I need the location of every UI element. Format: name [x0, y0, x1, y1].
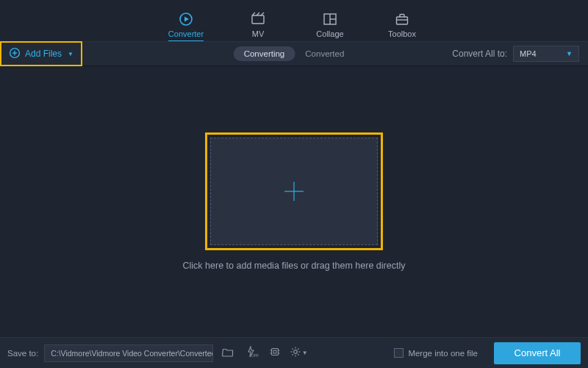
flash-toggle-button[interactable]: OFF	[243, 344, 260, 362]
svg-rect-15	[273, 350, 276, 353]
chevron-down-icon: ▼	[68, 51, 74, 57]
conversion-tabs: Converting Converted	[234, 46, 355, 61]
add-media-dropzone[interactable]	[210, 138, 378, 245]
convert-all-to: Convert All to: MP4 ▼	[452, 46, 588, 62]
save-path-value: C:\Vidmore\Vidmore Video Converter\Conve…	[51, 349, 213, 358]
toolbox-icon	[394, 11, 410, 27]
convert-all-to-label: Convert All to:	[452, 49, 507, 59]
svg-marker-1	[184, 17, 189, 22]
dropzone-hint: Click here to add media files or drag th…	[183, 261, 406, 271]
tab-converting[interactable]: Converting	[234, 46, 295, 61]
chip-off-icon	[269, 346, 281, 360]
svg-line-25	[292, 348, 293, 349]
svg-line-27	[298, 348, 298, 349]
nav-label: Toolbox	[388, 29, 416, 38]
format-value: MP4	[520, 49, 537, 58]
svg-line-28	[292, 354, 293, 355]
bottom-bar: Save to: C:\Vidmore\Vidmore Video Conver…	[0, 337, 588, 368]
add-files-label: Add Files	[25, 49, 62, 59]
nav-label: MV	[252, 29, 265, 38]
dropzone-highlight	[205, 132, 383, 250]
output-format-select[interactable]: MP4 ▼	[513, 46, 579, 62]
svg-point-20	[293, 350, 297, 354]
save-to-label: Save to:	[7, 349, 38, 358]
flash-off-icon: OFF	[245, 346, 257, 360]
add-files-highlight: Add Files ▼	[0, 41, 82, 66]
mv-icon	[250, 11, 266, 27]
nav-label: Collage	[316, 29, 343, 38]
merge-checkbox[interactable]: Merge into one file	[394, 348, 478, 358]
add-files-button[interactable]: Add Files ▼	[1, 43, 81, 65]
secondary-bar: Add Files ▼ Converting Converted Convert…	[0, 41, 588, 66]
svg-line-26	[298, 354, 298, 355]
svg-rect-14	[272, 349, 279, 355]
chevron-down-icon: ▼	[302, 350, 308, 356]
svg-rect-6	[397, 17, 408, 24]
convert-all-button[interactable]: Convert All	[494, 342, 581, 364]
nav-tab-converter[interactable]: Converter	[164, 11, 208, 41]
nav-tab-collage[interactable]: Collage	[308, 11, 352, 41]
gpu-toggle-button[interactable]	[266, 344, 284, 362]
plus-circle-icon	[9, 47, 21, 61]
plus-icon	[282, 179, 306, 204]
nav-label: Converter	[168, 29, 204, 38]
folder-icon	[222, 346, 234, 360]
collage-icon	[322, 11, 338, 27]
save-path-select[interactable]: C:\Vidmore\Vidmore Video Converter\Conve…	[44, 344, 213, 362]
nav-tab-mv[interactable]: MV	[236, 11, 280, 41]
gear-icon	[290, 346, 301, 360]
converter-icon	[178, 11, 194, 27]
main-area: Click here to add media files or drag th…	[0, 66, 588, 337]
chevron-down-icon: ▼	[566, 50, 573, 57]
merge-label: Merge into one file	[408, 349, 478, 358]
tab-converted[interactable]: Converted	[295, 46, 354, 61]
settings-button[interactable]: ▼	[290, 344, 307, 362]
open-folder-button[interactable]	[219, 344, 237, 362]
top-nav: Converter MV Collage Toolbox	[0, 0, 588, 41]
svg-text:OFF: OFF	[251, 353, 259, 358]
checkbox-icon	[394, 348, 404, 358]
svg-rect-2	[252, 15, 264, 24]
nav-tab-toolbox[interactable]: Toolbox	[380, 11, 424, 41]
